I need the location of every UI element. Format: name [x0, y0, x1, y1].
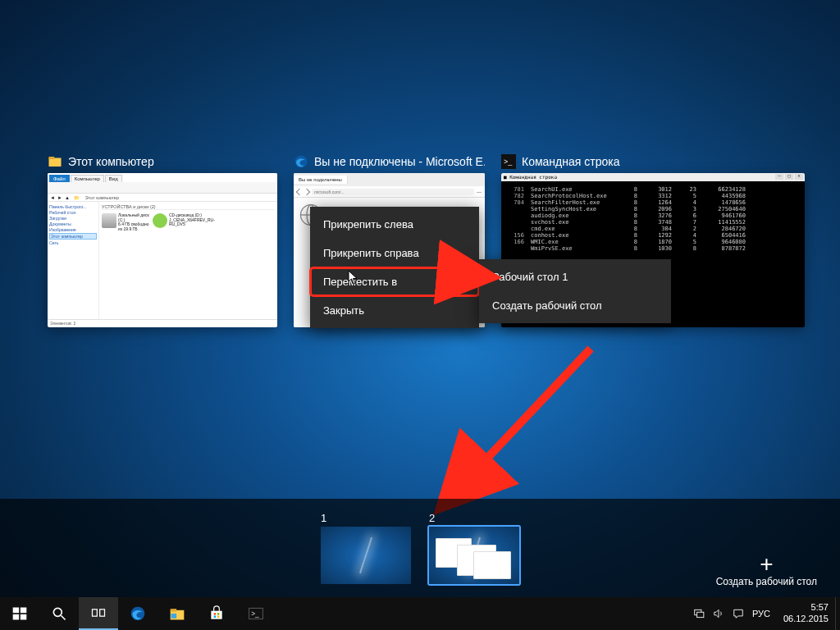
taskview-window-explorer[interactable]: Этот компьютер ФайлКомпьютерВид ◄►▲📁Этот… [48, 154, 277, 327]
taskbar-cmd[interactable]: >_ [236, 597, 276, 630]
svg-rect-12 [13, 614, 20, 620]
cmd-icon: >_ [501, 154, 516, 169]
svg-text:>_: >_ [504, 158, 513, 166]
cmd-icon: >_ [248, 605, 264, 622]
context-pin-left[interactable]: Прикрепить слева [310, 210, 479, 239]
start-button[interactable] [0, 597, 39, 630]
desktop-number: 1 [321, 512, 411, 524]
plus-icon: + [716, 553, 817, 576]
context-sub-desktop1[interactable]: Рабочий стол 1 [479, 262, 671, 291]
desktop-thumbnail[interactable] [429, 527, 519, 584]
folder-icon [169, 605, 185, 622]
svg-rect-24 [217, 613, 220, 615]
explorer-icon [48, 154, 62, 169]
context-menu: Прикрепить слева Прикрепить справа Перем… [310, 207, 479, 328]
svg-rect-17 [100, 609, 105, 616]
svg-point-14 [53, 608, 62, 616]
tray-volume-icon[interactable] [713, 608, 724, 619]
keyboard-language[interactable]: РУС [752, 609, 770, 619]
tray-notifications-icon[interactable] [733, 608, 744, 619]
window-title: >_ Командная строка [501, 154, 805, 169]
svg-rect-30 [697, 612, 704, 617]
taskbar: >_ РУС 5:57 06.12.2015 [0, 597, 840, 630]
window-title-text: Вы не подключены - Microsoft E... [314, 155, 485, 168]
svg-line-15 [62, 616, 66, 620]
svg-rect-10 [13, 608, 20, 614]
svg-rect-25 [214, 616, 217, 619]
context-submenu: Рабочий стол 1 Создать рабочий стол [479, 259, 671, 323]
svg-rect-11 [21, 608, 27, 614]
context-move-to[interactable]: Переместить в› [310, 267, 479, 296]
clock-time: 5:57 [783, 602, 829, 614]
windows-icon [11, 605, 28, 622]
new-desktop-button[interactable]: + Создать рабочий стол [716, 553, 817, 587]
window-title: Этот компьютер [48, 154, 277, 169]
store-icon [208, 605, 225, 622]
desktop-number: 2 [429, 512, 519, 524]
window-title-text: Командная строка [522, 155, 619, 168]
desktop-thumbnail[interactable] [321, 527, 411, 584]
context-close[interactable]: Закрыть [310, 296, 479, 325]
window-title: Вы не подключены - Microsoft E... [294, 154, 485, 169]
context-sub-create[interactable]: Создать рабочий стол [479, 291, 671, 320]
taskbar-explorer[interactable] [158, 597, 197, 630]
svg-rect-21 [171, 614, 177, 619]
svg-rect-20 [171, 609, 177, 611]
svg-rect-26 [217, 616, 220, 619]
edge-icon [130, 605, 146, 622]
taskbar-clock[interactable]: 5:57 06.12.2015 [777, 602, 835, 625]
svg-rect-23 [214, 613, 217, 615]
context-pin-right[interactable]: Прикрепить справа [310, 239, 479, 267]
window-title-text: Этот компьютер [68, 155, 154, 168]
search-button[interactable] [39, 597, 79, 630]
svg-rect-1 [49, 157, 55, 159]
taskview-button[interactable] [79, 597, 118, 630]
svg-rect-16 [93, 609, 98, 616]
taskview-icon [90, 605, 107, 621]
virtual-desktop-1[interactable]: 1 [321, 512, 411, 584]
taskbar-store[interactable] [197, 597, 236, 630]
window-thumbnail[interactable]: ФайлКомпьютерВид ◄►▲📁Этот компьютер Пане… [48, 173, 277, 327]
svg-rect-22 [211, 611, 221, 619]
virtual-desktop-2[interactable]: 2 [429, 512, 519, 584]
chevron-right-icon: › [463, 277, 466, 287]
new-desktop-label: Создать рабочий стол [716, 576, 817, 587]
tray-network-icon[interactable] [693, 608, 705, 619]
svg-rect-13 [21, 614, 27, 620]
show-desktop-button[interactable] [835, 597, 840, 630]
edge-icon [294, 154, 308, 169]
virtual-desktop-strip: 1 2 [0, 499, 840, 597]
svg-text:>_: >_ [251, 609, 259, 618]
clock-date: 06.12.2015 [783, 614, 829, 625]
taskbar-edge[interactable] [118, 597, 158, 630]
svg-rect-0 [49, 158, 62, 167]
svg-line-9 [439, 349, 591, 509]
system-tray[interactable]: РУС [687, 608, 777, 619]
search-icon [51, 605, 67, 622]
